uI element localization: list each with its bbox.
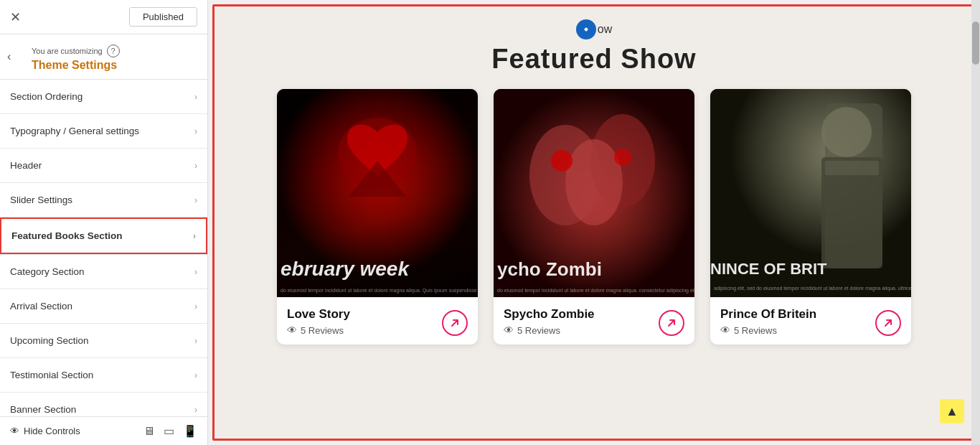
phone-icon[interactable]: 📱 [183, 424, 197, 438]
svg-point-16 [821, 107, 872, 157]
sidebar-item-section-ordering[interactable]: Section Ordering› [0, 80, 207, 113]
logo-area: ow [229, 19, 959, 39]
chevron-icon: › [194, 301, 197, 312]
book-title-1: Love Story [287, 307, 350, 322]
book-info-1: Love Story👁 5 Reviews [277, 297, 478, 345]
logo-icon [576, 19, 596, 39]
book-detail-2: Spycho Zombie👁 5 Reviews [504, 307, 595, 336]
scrollbar-thumb [972, 22, 979, 65]
customizing-section: ‹ You are customizing ? Theme Settings [0, 34, 207, 80]
svg-point-9 [565, 139, 623, 225]
tablet-icon[interactable]: ▭ [164, 424, 174, 438]
scroll-to-top-button[interactable]: ▲ [940, 399, 964, 423]
sidebar-item-typography[interactable]: Typography / General settings› [0, 114, 207, 148]
chevron-icon: › [194, 267, 197, 277]
published-button[interactable]: Published [129, 7, 197, 27]
preview-frame: ow Featured Show ebruary week do eiusmod… [212, 4, 976, 441]
sidebar-item-upcoming-section[interactable]: Upcoming Section› [0, 324, 207, 357]
customizing-label: You are customizing ? [32, 44, 197, 57]
preview-header: ow Featured Show [215, 6, 974, 82]
top-bar: ✕ Published [0, 0, 207, 34]
chevron-icon: › [194, 161, 197, 171]
svg-point-10 [551, 150, 573, 172]
sidebar-item-header[interactable]: Header› [0, 149, 207, 182]
chevron-icon: › [194, 195, 197, 205]
book-info-2: Spycho Zombie👁 5 Reviews [494, 297, 694, 345]
reviews-eye-icon: 👁 [287, 324, 297, 336]
right-content: ow Featured Show ebruary week do eiusmod… [208, 0, 980, 445]
book-arrow-button-3[interactable] [875, 310, 901, 336]
sidebar-item-featured-books[interactable]: Featured Books Section› [0, 217, 207, 254]
book-card-3: NINCE OF BRIT adipiscing elit, sed do ei… [710, 89, 911, 345]
eye-icon: 👁 [10, 426, 19, 436]
sidebar-item-category-section[interactable]: Category Section› [0, 255, 207, 289]
theme-settings-label: Theme Settings [32, 59, 197, 72]
svg-text:ycho Zombi: ycho Zombi [497, 258, 602, 280]
reviews-eye-icon: 👁 [504, 324, 514, 336]
left-panel: ✕ Published ‹ You are customizing ? Them… [0, 0, 208, 445]
svg-text:NINCE OF BRIT: NINCE OF BRIT [710, 260, 827, 278]
book-title-3: Prince Of Britein [720, 307, 816, 322]
book-title-2: Spycho Zombie [504, 307, 595, 322]
sidebar-item-testimonial-section[interactable]: Testimonial Section› [0, 358, 207, 392]
hide-controls-button[interactable]: 👁 Hide Controls [10, 426, 80, 436]
device-icons: 🖥 ▭ 📱 [143, 424, 197, 438]
chevron-icon: › [194, 92, 197, 102]
book-detail-1: Love Story👁 5 Reviews [287, 307, 350, 336]
svg-text:do eiusmod tempor incididunt u: do eiusmod tempor incididunt ut labore e… [497, 288, 694, 294]
svg-text:do eiusmod tempor incididunt u: do eiusmod tempor incididunt ut labore e… [281, 288, 478, 294]
chevron-icon: › [194, 370, 197, 380]
nav-list: Section Ordering›Typography / General se… [0, 80, 207, 416]
book-reviews-1: 👁 5 Reviews [287, 324, 350, 336]
back-button[interactable]: ‹ [7, 50, 11, 63]
sidebar-item-banner-section[interactable]: Banner Section› [0, 393, 207, 416]
chevron-icon: › [194, 126, 197, 136]
book-arrow-button-2[interactable] [659, 310, 684, 336]
book-card-2: ycho Zombi do eiusmod tempor incididunt … [494, 89, 694, 345]
svg-rect-18 [825, 161, 879, 175]
chevron-icon: › [193, 231, 196, 241]
svg-point-11 [614, 149, 631, 166]
right-scrollbar[interactable] [971, 0, 980, 445]
svg-point-1 [585, 28, 588, 31]
monitor-icon[interactable]: 🖥 [143, 424, 155, 438]
featured-show-title: Featured Show [229, 44, 959, 75]
book-reviews-2: 👁 5 Reviews [504, 324, 595, 336]
book-card-1: ebruary week do eiusmod tempor incididun… [277, 89, 478, 345]
book-detail-3: Prince Of Britein👁 5 Reviews [720, 307, 816, 336]
help-icon[interactable]: ? [107, 44, 120, 57]
sidebar-item-arrival-section[interactable]: Arrival Section› [0, 289, 207, 323]
bottom-bar: 👁 Hide Controls 🖥 ▭ 📱 [0, 416, 207, 445]
books-grid: ebruary week do eiusmod tempor incididun… [215, 82, 974, 352]
svg-text:ebruary week: ebruary week [281, 258, 410, 280]
close-button[interactable]: ✕ [10, 9, 21, 25]
reviews-eye-icon: 👁 [720, 324, 730, 336]
chevron-icon: › [194, 405, 197, 415]
logo-text: ow [598, 23, 612, 36]
svg-text:adipiscing elit, sed do eiusmo: adipiscing elit, sed do eiusmod tempor i… [714, 286, 911, 291]
book-info-3: Prince Of Britein👁 5 Reviews [710, 297, 911, 345]
book-reviews-3: 👁 5 Reviews [720, 324, 816, 336]
chevron-icon: › [194, 336, 197, 346]
book-arrow-button-1[interactable] [442, 310, 468, 336]
sidebar-item-slider-settings[interactable]: Slider Settings› [0, 183, 207, 217]
